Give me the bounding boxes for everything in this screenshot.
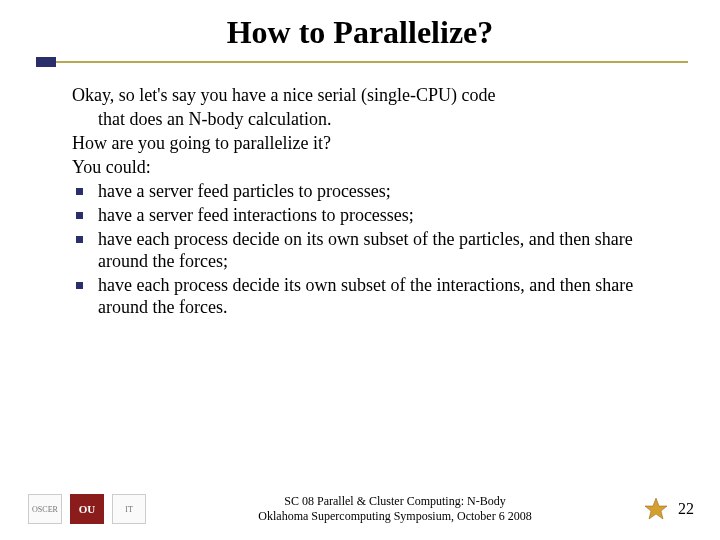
bullet-item: have each process decide its own subset … xyxy=(72,275,668,319)
body-paragraph: Okay, so let's say you have a nice seria… xyxy=(72,85,668,107)
body-paragraph: You could: xyxy=(72,157,668,179)
slide-title: How to Parallelize? xyxy=(40,14,680,51)
title-divider xyxy=(0,57,720,71)
logo-it: IT xyxy=(112,494,146,524)
footer-line2: Oklahoma Supercomputing Symposium, Octob… xyxy=(146,509,644,524)
logo-ou: OU xyxy=(70,494,104,524)
footer-line1: SC 08 Parallel & Cluster Computing: N-Bo… xyxy=(146,494,644,509)
bullet-item: have each process decide on its own subs… xyxy=(72,229,668,273)
logo-oscer: OSCER xyxy=(28,494,62,524)
bullet-item: have a server feed interactions to proce… xyxy=(72,205,668,227)
svg-marker-0 xyxy=(645,498,667,519)
page-number: 22 xyxy=(678,500,694,518)
slide-body: Okay, so let's say you have a nice seria… xyxy=(0,71,720,319)
body-paragraph: that does an N-body calculation. xyxy=(72,109,668,131)
bullet-item: have a server feed particles to processe… xyxy=(72,181,668,203)
slide-footer: OSCER OU IT SC 08 Parallel & Cluster Com… xyxy=(0,488,720,530)
star-icon xyxy=(644,497,668,521)
body-paragraph: How are you going to parallelize it? xyxy=(72,133,668,155)
